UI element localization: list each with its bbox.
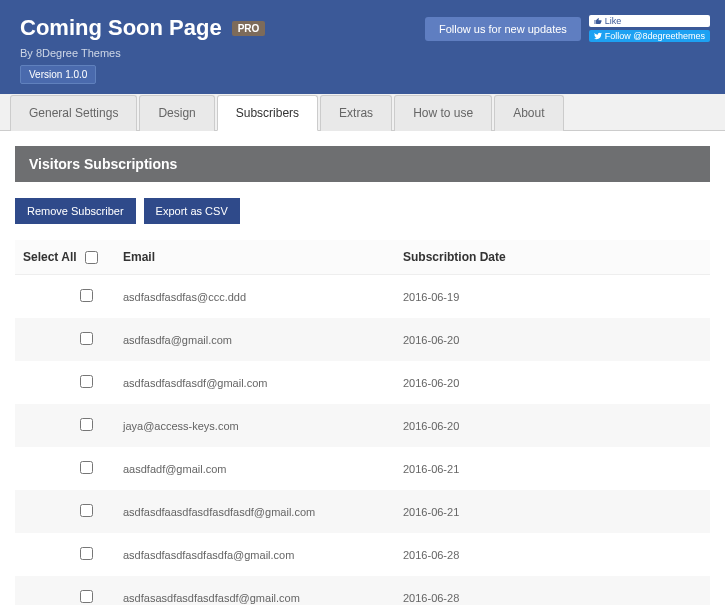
follow-updates-button[interactable]: Follow us for new updates <box>425 17 581 41</box>
col-date-header: Subscribtion Date <box>395 240 710 275</box>
row-date: 2016-06-20 <box>395 318 710 361</box>
version-badge: Version 1.0.0 <box>20 65 96 84</box>
like-label: Like <box>605 16 622 26</box>
select-all-checkbox[interactable] <box>85 251 98 264</box>
row-checkbox[interactable] <box>80 375 93 388</box>
row-date: 2016-06-20 <box>395 404 710 447</box>
row-checkbox[interactable] <box>80 590 93 603</box>
page-title: Coming Soon Page <box>20 15 222 41</box>
twitter-icon <box>594 32 602 40</box>
row-email: jaya@access-keys.com <box>115 404 395 447</box>
table-row: aasdfadf@gmail.com2016-06-21 <box>15 447 710 490</box>
row-email: asdfasdfaasdfasdfasdfasdf@gmail.com <box>115 490 395 533</box>
export-csv-button[interactable]: Export as CSV <box>144 198 240 224</box>
tab-how-to-use[interactable]: How to use <box>394 95 492 131</box>
row-date: 2016-06-21 <box>395 490 710 533</box>
row-checkbox[interactable] <box>80 332 93 345</box>
col-email-header: Email <box>115 240 395 275</box>
twitter-follow-button[interactable]: Follow @8degreethemes <box>589 30 710 42</box>
action-bar: Remove Subscriber Export as CSV <box>15 198 710 224</box>
select-all-label: Select All <box>23 250 77 264</box>
tab-extras[interactable]: Extras <box>320 95 392 131</box>
tab-subscribers[interactable]: Subscribers <box>217 95 318 131</box>
row-date: 2016-06-21 <box>395 447 710 490</box>
header-subtitle: By 8Degree Themes <box>20 47 705 59</box>
page-header: Coming Soon Page PRO By 8Degree Themes V… <box>0 0 725 94</box>
twitter-label: Follow @8degreethemes <box>605 31 705 41</box>
row-email: asdfasdfasdfas@ccc.ddd <box>115 275 395 319</box>
facebook-like-button[interactable]: Like <box>589 15 710 27</box>
tab-bar: General SettingsDesignSubscribersExtrasH… <box>0 94 725 131</box>
content-area: Visitors Subscriptions Remove Subscriber… <box>0 131 725 605</box>
row-email: asdfasdfasdfasdfasdfa@gmail.com <box>115 533 395 576</box>
thumbs-up-icon <box>594 17 602 25</box>
pro-badge: PRO <box>232 21 266 36</box>
table-row: asdfasdfa@gmail.com2016-06-20 <box>15 318 710 361</box>
tab-general-settings[interactable]: General Settings <box>10 95 137 131</box>
row-email: aasdfadf@gmail.com <box>115 447 395 490</box>
row-date: 2016-06-28 <box>395 576 710 605</box>
subscribers-table: Select All Email Subscribtion Date asdfa… <box>15 240 710 605</box>
tab-about[interactable]: About <box>494 95 563 131</box>
row-checkbox[interactable] <box>80 289 93 302</box>
row-checkbox[interactable] <box>80 504 93 517</box>
table-row: asdfasdfasdfasdf@gmail.com2016-06-20 <box>15 361 710 404</box>
row-date: 2016-06-28 <box>395 533 710 576</box>
section-title: Visitors Subscriptions <box>15 146 710 182</box>
row-checkbox[interactable] <box>80 418 93 431</box>
tab-design[interactable]: Design <box>139 95 214 131</box>
remove-subscriber-button[interactable]: Remove Subscriber <box>15 198 136 224</box>
row-email: asdfasdfa@gmail.com <box>115 318 395 361</box>
table-row: asdfasdfasdfasdfasdfa@gmail.com2016-06-2… <box>15 533 710 576</box>
row-checkbox[interactable] <box>80 461 93 474</box>
row-date: 2016-06-19 <box>395 275 710 319</box>
table-row: asdfasdfasdfas@ccc.ddd2016-06-19 <box>15 275 710 319</box>
row-date: 2016-06-20 <box>395 361 710 404</box>
table-row: jaya@access-keys.com2016-06-20 <box>15 404 710 447</box>
social-area: Follow us for new updates Like Follow @8… <box>425 15 710 42</box>
table-row: asdfasdfaasdfasdfasdfasdf@gmail.com2016-… <box>15 490 710 533</box>
row-email: asdfasasdfasdfasdfasdf@gmail.com <box>115 576 395 605</box>
col-select: Select All <box>15 240 115 275</box>
table-row: asdfasasdfasdfasdfasdf@gmail.com2016-06-… <box>15 576 710 605</box>
row-email: asdfasdfasdfasdf@gmail.com <box>115 361 395 404</box>
row-checkbox[interactable] <box>80 547 93 560</box>
